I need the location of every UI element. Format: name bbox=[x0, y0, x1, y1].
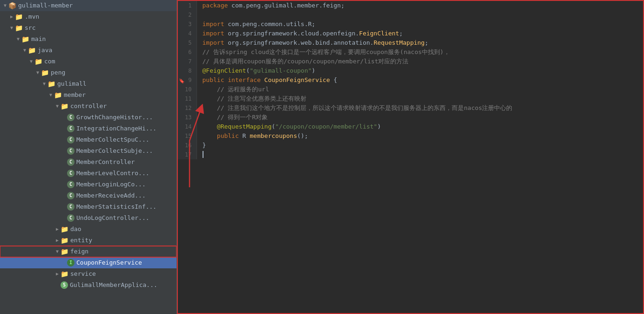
line-code-15: public R membercoupons(); bbox=[197, 131, 643, 141]
expand-arrow: ▼ bbox=[2, 1, 8, 10]
class-icon-memberlevel: C bbox=[67, 170, 75, 177]
code-line-13: 13 // 得到一个R对象 bbox=[178, 113, 643, 122]
sidebar-item-app[interactable]: S GulimallMemberApplica... bbox=[0, 280, 176, 291]
line-code-16: } bbox=[197, 141, 643, 150]
com-label: com bbox=[44, 57, 55, 66]
sidebar-item-dao[interactable]: ▶ 📁 dao bbox=[0, 224, 176, 235]
line-code-6: // 告诉spring cloud这个接口是一个远程客户端，要调用coupon服… bbox=[197, 48, 643, 57]
gulimall-folder-icon: 📁 bbox=[47, 79, 55, 89]
class-icon-undolog: C bbox=[67, 214, 75, 222]
collectsubj-label: MemberCollectSubje... bbox=[76, 146, 153, 156]
growth-label: GrowthChangeHistor... bbox=[76, 113, 153, 122]
sidebar-item-memberlogin[interactable]: C MemberLoginLogCo... bbox=[0, 179, 176, 190]
sidebar-item-gulimall[interactable]: ▼ 📁 gulimall bbox=[0, 78, 176, 89]
line-num-11: 11 bbox=[178, 94, 197, 103]
feign-arrow: ▼ bbox=[54, 247, 61, 256]
sidebar-item-undolog[interactable]: C UndoLogController... bbox=[0, 212, 176, 224]
peng-folder-icon: 📁 bbox=[41, 68, 49, 77]
sidebar-item-memberctrl[interactable]: C MemberController bbox=[0, 157, 176, 168]
sidebar-item-collectspu[interactable]: C MemberCollectSpuC... bbox=[0, 134, 176, 145]
undolog-label: UndoLogController... bbox=[76, 213, 149, 223]
line-num-4: 4 bbox=[178, 29, 197, 38]
mvn-folder-icon: 📁 bbox=[15, 12, 23, 21]
integration-label: IntegrationChangeHi... bbox=[76, 124, 156, 133]
sidebar-item-member[interactable]: ▼ 📁 member bbox=[0, 89, 176, 101]
main-folder-icon: 📁 bbox=[21, 34, 29, 44]
code-line-1: 1 package com.peng.gulimall.member.feign… bbox=[178, 1, 643, 10]
sidebar-item-entity[interactable]: ▶ 📁 entity bbox=[0, 235, 176, 246]
line-num-14: 14 bbox=[178, 122, 197, 131]
line-code-10: // 远程服务的url bbox=[197, 85, 643, 94]
interface-icon-coupon: I bbox=[67, 259, 75, 266]
com-arrow: ▼ bbox=[28, 57, 34, 66]
line-num-13: 13 bbox=[178, 113, 197, 122]
memberstats-label: MemberStatisticsInf... bbox=[76, 202, 156, 212]
memberlevel-label: MemberLevelContro... bbox=[76, 169, 149, 178]
sidebar-item-memberreceive[interactable]: C MemberReceiveAdd... bbox=[0, 190, 176, 201]
service-folder-icon: 📁 bbox=[61, 269, 68, 279]
controller-folder-icon: 📁 bbox=[61, 102, 68, 111]
sidebar-item-com[interactable]: ▼ 📁 com bbox=[0, 56, 176, 67]
coupon-feign-label: CouponFeignService bbox=[76, 258, 142, 267]
sidebar-item-controller[interactable]: ▼ 📁 controller bbox=[0, 101, 176, 112]
code-line-8: 8 @FeignClient("gulimall-coupon") bbox=[178, 66, 643, 75]
line-num-15: 15 bbox=[178, 131, 197, 141]
line-code-8: @FeignClient("gulimall-coupon") bbox=[197, 66, 643, 75]
dao-label: dao bbox=[70, 225, 81, 234]
project-label: gulimall-member bbox=[18, 1, 73, 10]
sidebar-item-project[interactable]: ▼ 📦 gulimall-member bbox=[0, 0, 176, 11]
java-arrow: ▼ bbox=[21, 46, 28, 55]
code-line-9: 🔖9 public interface CouponFeignService { bbox=[178, 75, 643, 85]
sidebar-item-growth[interactable]: C GrowthChangeHistor... bbox=[0, 112, 176, 123]
class-icon-collectsubj: C bbox=[67, 147, 75, 155]
line-num-10: 10 bbox=[178, 85, 197, 94]
line-num-6: 6 bbox=[178, 48, 197, 57]
collectspu-label: MemberCollectSpuC... bbox=[76, 135, 149, 144]
line-num-9: 🔖9 bbox=[178, 75, 197, 85]
code-line-12: 12 // 注意我们这个地方不是控制层，所以这个请求映射请求的不是我们服务器上的… bbox=[178, 103, 643, 113]
src-arrow: ▼ bbox=[8, 23, 15, 33]
class-icon-growth: C bbox=[67, 114, 75, 121]
mvn-label: .mvn bbox=[25, 12, 39, 21]
sidebar-item-coupon-feign[interactable]: I CouponFeignService bbox=[0, 257, 176, 268]
class-icon-memberctrl: C bbox=[67, 158, 75, 166]
line-code-1: package com.peng.gulimall.member.feign; bbox=[197, 1, 643, 10]
member-label: member bbox=[64, 90, 86, 100]
sidebar-item-mvn[interactable]: ▶ 📁 .mvn bbox=[0, 11, 176, 22]
sidebar-item-memberlevel[interactable]: C MemberLevelContro... bbox=[0, 168, 176, 179]
sidebar-item-collectsubj[interactable]: C MemberCollectSubje... bbox=[0, 145, 176, 157]
sidebar-item-peng[interactable]: ▼ 📁 peng bbox=[0, 67, 176, 78]
line-code-2 bbox=[197, 10, 643, 20]
line-code-4: import org.springframework.cloud.openfei… bbox=[197, 29, 643, 38]
sidebar-item-src[interactable]: ▼ 📁 src bbox=[0, 22, 176, 34]
code-table: 1 package com.peng.gulimall.member.feign… bbox=[178, 1, 643, 159]
memberctrl-label: MemberController bbox=[76, 157, 135, 167]
controller-arrow: ▼ bbox=[54, 102, 61, 111]
service-arrow: ▶ bbox=[54, 269, 61, 279]
feign-folder-icon: 📁 bbox=[61, 247, 68, 256]
sidebar-item-feign[interactable]: ▼ 📁 feign bbox=[0, 246, 176, 257]
code-line-17: 17 bbox=[178, 150, 643, 159]
main-label: main bbox=[31, 34, 46, 44]
line-num-16: 16 bbox=[178, 141, 197, 150]
code-line-6: 6 // 告诉spring cloud这个接口是一个远程客户端，要调用coupo… bbox=[178, 48, 643, 57]
sidebar-item-main[interactable]: ▼ 📁 main bbox=[0, 34, 176, 45]
code-line-15: 15 public R membercoupons(); bbox=[178, 131, 643, 141]
sidebar-item-integration[interactable]: C IntegrationChangeHi... bbox=[0, 123, 176, 134]
sidebar-item-memberstats[interactable]: C MemberStatisticsInf... bbox=[0, 201, 176, 212]
code-line-5: 5 import org.springframework.web.bind.an… bbox=[178, 38, 643, 48]
line-num-17: 17 bbox=[178, 150, 197, 159]
class-icon-memberstats: C bbox=[67, 203, 75, 211]
line-num-1: 1 bbox=[178, 1, 197, 10]
sidebar-item-service[interactable]: ▶ 📁 service bbox=[0, 268, 176, 280]
peng-arrow: ▼ bbox=[34, 68, 41, 77]
code-line-11: 11 // 注意写全优惠券类上还有映射 bbox=[178, 94, 643, 103]
line-num-12: 12 bbox=[178, 103, 197, 113]
code-line-4: 4 import org.springframework.cloud.openf… bbox=[178, 29, 643, 38]
code-line-10: 10 // 远程服务的url bbox=[178, 85, 643, 94]
code-editor[interactable]: 1 package com.peng.gulimall.member.feign… bbox=[177, 0, 644, 314]
sidebar-item-java[interactable]: ▼ 📁 java bbox=[0, 45, 176, 56]
code-line-2: 2 bbox=[178, 10, 643, 20]
member-arrow: ▼ bbox=[47, 90, 54, 100]
line-num-2: 2 bbox=[178, 10, 197, 20]
